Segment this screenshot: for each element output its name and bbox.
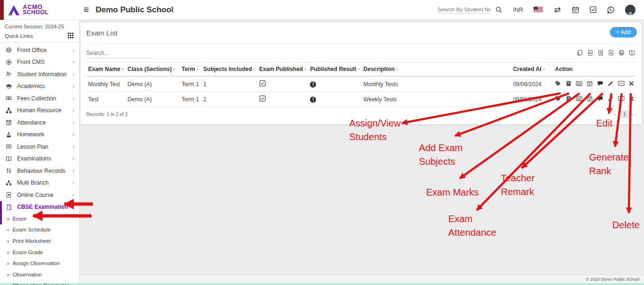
tag-icon[interactable] [555,96,561,102]
sidebar-subitem-exam-schedule[interactable]: » Exam Schedule [0,224,79,236]
quick-links-label: Quick Links [5,33,33,39]
sidebar-item-examinations[interactable]: Examinations ‹ [0,153,79,165]
sidebar-subitem-print-marksheet[interactable]: » Print Marksheet [0,235,79,247]
excel-export-icon[interactable] [587,50,593,56]
print-icon[interactable] [618,50,625,56]
sidebar-item-front-office[interactable]: Front Office ‹ [0,44,79,56]
page-title: Exam List [86,29,118,37]
front-cms-icon [6,59,15,65]
table-search-input[interactable] [86,48,153,58]
sidebar-item-front-cms[interactable]: Front CMS ‹ [0,56,79,69]
add-button[interactable]: + Add [610,27,637,37]
column-visibility-icon[interactable] [629,50,635,56]
search-icon[interactable] [495,6,502,13]
id-card-icon[interactable] [576,80,582,87]
sidebar-subitem-assign-observation[interactable]: » Assign Observation [0,258,79,269]
pagination: ‹ 1 › [613,111,636,118]
sidebar-item-human-resource[interactable]: Human Resource ‹ [0,105,79,117]
table-row: Test Demo (A) Term 1 2 ! Weekly Tests 09… [86,92,636,107]
column-header-description[interactable]: Description▾ [362,62,511,77]
sidebar-subitem-observation[interactable]: » Observation [0,269,79,280]
delete-x-icon[interactable] [629,81,634,86]
column-header-published-result[interactable]: Published Result▾ [308,62,361,77]
column-header-term[interactable]: Term▾ [180,62,201,77]
sidebar-subitem-exam-grade[interactable]: » Exam Grade [0,247,79,258]
chevron-left-icon: ‹ [73,143,74,150]
id-card-icon[interactable] [576,96,582,102]
bottom-edge-strip [0,283,644,285]
pagination-prev[interactable]: ‹ [613,112,617,117]
csv-export-icon[interactable] [598,50,604,56]
sort-icon: ▾ [543,67,545,71]
sidebar-item-homework[interactable]: Homework ‹ [0,129,79,141]
sidebar-item-multi-branch[interactable]: Multi Branch ‹ [0,177,79,189]
pdf-export-icon[interactable] [608,50,614,56]
column-header-subjects-included[interactable]: Subjects Included▾ [201,62,257,77]
top-bar: ACMO SCHOOL ≡ Demo Public School INR [0,0,644,20]
chevron-left-icon: ‹ [73,71,74,78]
pencil-icon[interactable] [608,80,614,87]
cell-description: Weekly Tests [362,92,511,107]
chevron-left-icon: ‹ [73,155,74,162]
chevron-left-icon: ‹ [73,59,74,65]
cell-created-at: 09/08/2024 [511,76,553,92]
pencil-icon[interactable] [608,96,614,102]
sidebar-item-behaviour-records[interactable]: Behaviour Records ‹ [0,165,79,177]
sidebar-subitem-exam[interactable]: » Exam [0,213,79,224]
swap-arrows-icon[interactable] [553,7,562,13]
sidebar-subitem-observation-parameter[interactable]: » Observation Parameter [0,280,79,285]
sidebar-item-attendance[interactable]: Attendance ‹ [0,116,79,129]
book-icon[interactable] [565,96,571,102]
sort-icon: ▾ [396,67,398,71]
whatsapp-icon[interactable] [607,6,615,14]
cell-exam-published [257,92,308,107]
exam-list-panel: Exam List + Add Exam Name▾ Cla [81,23,642,125]
sidebar-item-academics[interactable]: Academics ‹ [0,80,79,93]
column-header-class-sections[interactable]: Class (Sections)▾ [126,62,180,77]
sort-icon: ▾ [122,67,124,71]
examinations-icon [6,156,15,162]
behaviour-records-icon [6,168,15,174]
grid-icon[interactable] [68,33,73,39]
column-header-exam-name[interactable]: Exam Name▾ [86,62,126,77]
cell-subjects-included: 1 [201,76,257,92]
comment-icon[interactable] [597,96,603,102]
pagination-next[interactable]: › [632,112,636,117]
column-header-created-at[interactable]: Created At▾ [511,62,553,77]
us-flag-icon[interactable] [534,7,543,13]
row-actions [555,96,634,102]
pagination-page-1[interactable]: 1 [619,111,630,118]
comment-icon[interactable] [597,80,603,87]
calendar-check-icon[interactable] [587,80,593,87]
row-actions [555,80,634,87]
task-check-icon[interactable] [590,6,597,13]
fees-collection-icon [6,95,15,101]
delete-x-icon[interactable] [629,96,634,101]
app-logo[interactable]: ACMO SCHOOL [0,4,80,16]
sidebar-item-cbse-examination[interactable]: CBSE Examination [0,201,79,214]
human-resource-icon [6,107,15,114]
tag-icon[interactable] [555,80,561,87]
calendar-icon[interactable] [572,6,579,13]
sidebar-item-lesson-plan[interactable]: Lesson Plan ‹ [0,141,79,153]
chevron-left-icon: ‹ [73,107,74,114]
hamburger-menu-icon[interactable]: ≡ [83,4,89,15]
exam-table: Exam Name▾ Class (Sections)▾ Term▾ Subje… [86,62,636,107]
sidebar-item-fees-collection[interactable]: Fees Collection ‹ [0,92,79,105]
cell-term: Term 1 [180,92,201,107]
currency-selector[interactable]: INR [513,7,523,13]
cell-created-at: 09/08/2024 [511,92,553,107]
student-search-input[interactable] [437,6,490,14]
sidebar-item-online-course[interactable]: Online Course ‹ [0,189,79,201]
quick-links[interactable]: Quick Links [5,31,74,42]
copy-icon[interactable] [577,50,583,56]
book-icon[interactable] [565,80,571,87]
column-header-exam-published[interactable]: Exam Published▾ [257,62,308,77]
school-title: Demo Public School [96,5,173,15]
user-avatar[interactable] [625,5,635,15]
chevron-left-icon: ‹ [73,83,74,89]
calendar-check-icon[interactable] [587,96,593,102]
list-card-icon[interactable] [618,96,625,101]
sidebar-item-student-information[interactable]: Student Information ‹ [0,68,79,80]
list-card-icon[interactable] [618,80,625,86]
